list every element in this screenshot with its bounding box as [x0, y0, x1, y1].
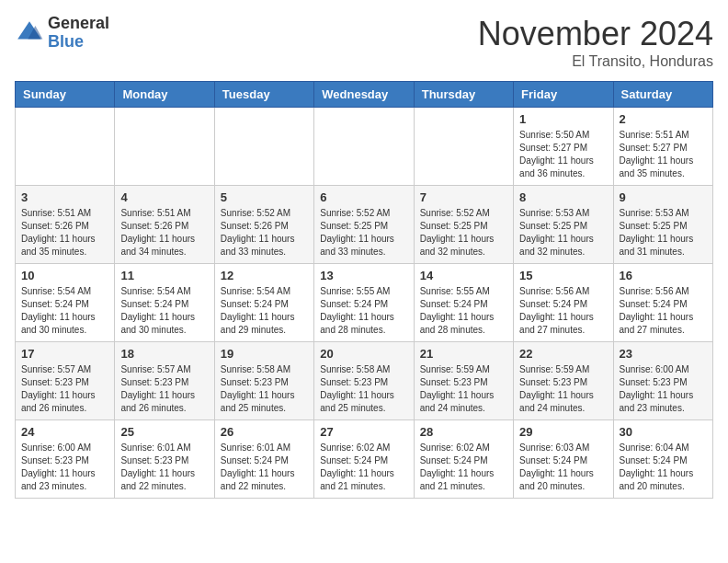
- table-row: 13Sunrise: 5:55 AM Sunset: 5:24 PM Dayli…: [314, 264, 414, 342]
- day-info: Sunrise: 5:53 AM Sunset: 5:25 PM Dayligh…: [620, 207, 707, 259]
- day-info: Sunrise: 5:56 AM Sunset: 5:24 PM Dayligh…: [620, 285, 707, 337]
- table-row: [16, 108, 115, 186]
- table-row: 21Sunrise: 5:59 AM Sunset: 5:23 PM Dayli…: [414, 342, 513, 420]
- table-row: 27Sunrise: 6:02 AM Sunset: 5:24 PM Dayli…: [314, 420, 414, 499]
- col-saturday: Saturday: [613, 82, 712, 108]
- calendar-week-row: 24Sunrise: 6:00 AM Sunset: 5:23 PM Dayli…: [16, 420, 713, 499]
- day-number: 15: [519, 269, 607, 282]
- day-info: Sunrise: 5:52 AM Sunset: 5:25 PM Dayligh…: [420, 207, 507, 259]
- table-row: 29Sunrise: 6:03 AM Sunset: 5:24 PM Dayli…: [514, 420, 613, 499]
- calendar-week-row: 17Sunrise: 5:57 AM Sunset: 5:23 PM Dayli…: [16, 342, 713, 420]
- day-number: 29: [519, 425, 607, 439]
- day-number: 12: [221, 269, 308, 282]
- day-number: 6: [320, 190, 407, 204]
- table-row: 12Sunrise: 5:54 AM Sunset: 5:24 PM Dayli…: [214, 264, 313, 342]
- logo-blue-text: Blue: [48, 33, 109, 52]
- table-row: 24Sunrise: 6:00 AM Sunset: 5:23 PM Dayli…: [16, 420, 115, 499]
- table-row: 7Sunrise: 5:52 AM Sunset: 5:25 PM Daylig…: [414, 186, 513, 264]
- table-row: 22Sunrise: 5:59 AM Sunset: 5:23 PM Dayli…: [514, 342, 613, 420]
- day-number: 25: [120, 425, 208, 439]
- col-friday: Friday: [514, 82, 613, 108]
- calendar-week-row: 1Sunrise: 5:50 AM Sunset: 5:27 PM Daylig…: [16, 108, 713, 186]
- day-info: Sunrise: 5:52 AM Sunset: 5:26 PM Dayligh…: [221, 207, 308, 259]
- day-info: Sunrise: 5:54 AM Sunset: 5:24 PM Dayligh…: [120, 285, 208, 337]
- table-row: 20Sunrise: 5:58 AM Sunset: 5:23 PM Dayli…: [314, 342, 414, 420]
- day-number: 16: [620, 269, 707, 282]
- day-info: Sunrise: 6:01 AM Sunset: 5:23 PM Dayligh…: [120, 442, 208, 493]
- day-info: Sunrise: 5:52 AM Sunset: 5:25 PM Dayligh…: [320, 207, 407, 259]
- table-row: 26Sunrise: 6:01 AM Sunset: 5:24 PM Dayli…: [214, 420, 313, 499]
- day-number: 7: [420, 190, 507, 204]
- calendar-table: Sunday Monday Tuesday Wednesday Thursday…: [15, 81, 713, 499]
- day-number: 9: [620, 190, 707, 204]
- day-info: Sunrise: 6:00 AM Sunset: 5:23 PM Dayligh…: [620, 363, 707, 415]
- day-number: 26: [221, 425, 308, 439]
- col-sunday: Sunday: [16, 82, 115, 108]
- table-row: 30Sunrise: 6:04 AM Sunset: 5:24 PM Dayli…: [613, 420, 712, 499]
- col-wednesday: Wednesday: [314, 82, 414, 108]
- day-info: Sunrise: 5:54 AM Sunset: 5:24 PM Dayligh…: [221, 285, 308, 337]
- day-info: Sunrise: 6:04 AM Sunset: 5:24 PM Dayligh…: [620, 442, 707, 493]
- title-block: November 2024 El Transito, Honduras: [478, 15, 713, 70]
- day-number: 3: [21, 190, 108, 204]
- table-row: 11Sunrise: 5:54 AM Sunset: 5:24 PM Dayli…: [115, 264, 214, 342]
- table-row: 23Sunrise: 6:00 AM Sunset: 5:23 PM Dayli…: [613, 342, 712, 420]
- day-number: 20: [320, 347, 407, 361]
- table-row: 18Sunrise: 5:57 AM Sunset: 5:23 PM Dayli…: [115, 342, 214, 420]
- logo-general-text: General: [48, 15, 109, 33]
- table-row: [214, 108, 313, 186]
- day-number: 21: [420, 347, 507, 361]
- day-info: Sunrise: 5:59 AM Sunset: 5:23 PM Dayligh…: [420, 363, 507, 415]
- logo-icon: [15, 18, 44, 48]
- table-row: 6Sunrise: 5:52 AM Sunset: 5:25 PM Daylig…: [314, 186, 414, 264]
- day-number: 23: [620, 347, 707, 361]
- day-info: Sunrise: 6:02 AM Sunset: 5:24 PM Dayligh…: [320, 442, 407, 493]
- table-row: 1Sunrise: 5:50 AM Sunset: 5:27 PM Daylig…: [514, 108, 613, 186]
- table-row: 19Sunrise: 5:58 AM Sunset: 5:23 PM Dayli…: [214, 342, 313, 420]
- table-row: 15Sunrise: 5:56 AM Sunset: 5:24 PM Dayli…: [514, 264, 613, 342]
- day-number: 30: [620, 425, 707, 439]
- table-row: [115, 108, 214, 186]
- day-info: Sunrise: 6:03 AM Sunset: 5:24 PM Dayligh…: [519, 442, 607, 493]
- col-thursday: Thursday: [414, 82, 513, 108]
- day-number: 27: [320, 425, 407, 439]
- table-row: [314, 108, 414, 186]
- table-row: [414, 108, 513, 186]
- table-row: 2Sunrise: 5:51 AM Sunset: 5:27 PM Daylig…: [613, 108, 712, 186]
- day-number: 10: [21, 269, 108, 282]
- logo: General Blue: [15, 15, 109, 52]
- day-number: 18: [120, 347, 208, 361]
- day-info: Sunrise: 5:51 AM Sunset: 5:26 PM Dayligh…: [120, 207, 208, 259]
- table-row: 28Sunrise: 6:02 AM Sunset: 5:24 PM Dayli…: [414, 420, 513, 499]
- day-info: Sunrise: 5:58 AM Sunset: 5:23 PM Dayligh…: [221, 363, 308, 415]
- day-number: 19: [221, 347, 308, 361]
- day-info: Sunrise: 5:51 AM Sunset: 5:27 PM Dayligh…: [620, 129, 707, 180]
- day-number: 22: [519, 347, 607, 361]
- day-number: 4: [120, 190, 208, 204]
- table-row: 17Sunrise: 5:57 AM Sunset: 5:23 PM Dayli…: [16, 342, 115, 420]
- day-number: 2: [620, 112, 707, 126]
- day-number: 14: [420, 269, 507, 282]
- calendar-week-row: 10Sunrise: 5:54 AM Sunset: 5:24 PM Dayli…: [16, 264, 713, 342]
- day-info: Sunrise: 5:53 AM Sunset: 5:25 PM Dayligh…: [519, 207, 607, 259]
- table-row: 14Sunrise: 5:55 AM Sunset: 5:24 PM Dayli…: [414, 264, 513, 342]
- table-row: 9Sunrise: 5:53 AM Sunset: 5:25 PM Daylig…: [613, 186, 712, 264]
- month-title: November 2024: [478, 15, 713, 53]
- day-number: 17: [21, 347, 108, 361]
- table-row: 25Sunrise: 6:01 AM Sunset: 5:23 PM Dayli…: [115, 420, 214, 499]
- day-info: Sunrise: 5:59 AM Sunset: 5:23 PM Dayligh…: [519, 363, 607, 415]
- day-number: 5: [221, 190, 308, 204]
- day-info: Sunrise: 5:55 AM Sunset: 5:24 PM Dayligh…: [320, 285, 407, 337]
- table-row: 3Sunrise: 5:51 AM Sunset: 5:26 PM Daylig…: [16, 186, 115, 264]
- logo-text: General Blue: [48, 15, 109, 52]
- col-monday: Monday: [115, 82, 214, 108]
- location-subtitle: El Transito, Honduras: [478, 53, 713, 70]
- day-number: 28: [420, 425, 507, 439]
- day-info: Sunrise: 6:02 AM Sunset: 5:24 PM Dayligh…: [420, 442, 507, 493]
- day-info: Sunrise: 6:00 AM Sunset: 5:23 PM Dayligh…: [21, 442, 108, 493]
- col-tuesday: Tuesday: [214, 82, 313, 108]
- day-info: Sunrise: 5:50 AM Sunset: 5:27 PM Dayligh…: [519, 129, 607, 180]
- day-info: Sunrise: 5:55 AM Sunset: 5:24 PM Dayligh…: [420, 285, 507, 337]
- table-row: 4Sunrise: 5:51 AM Sunset: 5:26 PM Daylig…: [115, 186, 214, 264]
- day-info: Sunrise: 5:57 AM Sunset: 5:23 PM Dayligh…: [120, 363, 208, 415]
